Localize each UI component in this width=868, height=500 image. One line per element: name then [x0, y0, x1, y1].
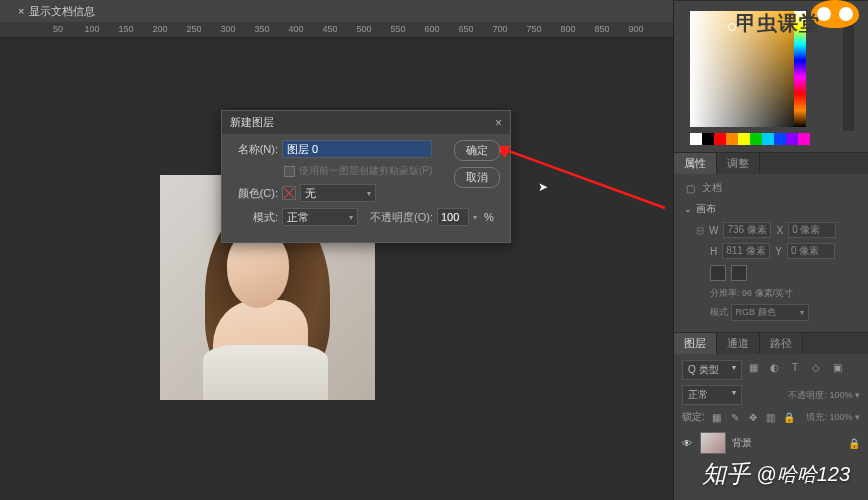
mode-label: 模式:: [232, 210, 278, 225]
zhihu-user: @哈哈123: [756, 461, 850, 488]
layer-row-background[interactable]: 👁 背景 🔒: [682, 429, 860, 457]
percent-label: %: [484, 211, 494, 223]
lock-icon: 🔒: [848, 437, 860, 449]
lock-all-icon[interactable]: 🔒: [783, 411, 795, 423]
tab-layers[interactable]: 图层: [674, 333, 717, 354]
dialog-titlebar[interactable]: 新建图层 ×: [222, 111, 510, 134]
filter-smart-icon[interactable]: ▣: [831, 362, 843, 374]
layers-panel: 图层 通道 路径 Q 类型▾ ▦ ◐ T ◇ ▣ 正常▾ 不透明度: 100% …: [674, 332, 868, 463]
name-label: 名称(N):: [232, 142, 278, 157]
no-color-icon: [282, 186, 296, 200]
dialog-title: 新建图层: [230, 115, 274, 130]
color-label: 颜色(C):: [232, 186, 278, 201]
properties-panel: 属性 调整 ▢文档 ⌄画布 ⊟ W736 像素 X0 像素 H811 像素 Y0…: [674, 152, 868, 332]
lock-pos-icon[interactable]: ✥: [747, 411, 759, 423]
zhihu-logo: 知乎: [702, 458, 750, 490]
close-icon[interactable]: ×: [18, 5, 24, 17]
tab-paths[interactable]: 路径: [760, 333, 803, 354]
lock-trans-icon[interactable]: ▦: [711, 411, 723, 423]
orient-portrait-icon[interactable]: [710, 265, 726, 281]
mode-dropdown[interactable]: 正常▾: [282, 208, 358, 226]
x-field[interactable]: 0 像素: [788, 222, 836, 238]
brand-text: 甲虫课堂: [736, 10, 820, 37]
opacity-label: 不透明度(O):: [370, 210, 433, 225]
tab-channels[interactable]: 通道: [717, 333, 760, 354]
cursor-icon: ➤: [538, 180, 548, 194]
tab-adjustments[interactable]: 调整: [717, 153, 760, 174]
app-title: 显示文档信息: [29, 4, 95, 19]
layer-name: 背景: [732, 436, 752, 450]
color-mode-dropdown[interactable]: RGB 颜色▾: [731, 304, 809, 321]
opacity-input[interactable]: [437, 208, 469, 226]
resolution-label: 分辨率: 96 像素/英寸: [684, 287, 858, 300]
filter-adjust-icon[interactable]: ◐: [768, 362, 780, 374]
new-layer-dialog: 新建图层 × 确定 取消 名称(N): 使用前一图层创建剪贴蒙版(P) 颜色(C…: [221, 110, 511, 243]
zhihu-watermark: 知乎 @哈哈123: [702, 458, 850, 490]
height-field[interactable]: 811 像素: [722, 243, 770, 259]
layer-kind-dropdown[interactable]: Q 类型▾: [682, 360, 742, 380]
opacity-dropdown-icon[interactable]: ▾: [473, 213, 477, 222]
tab-properties[interactable]: 属性: [674, 153, 717, 174]
blend-mode-dropdown[interactable]: 正常▾: [682, 385, 742, 405]
filter-pixel-icon[interactable]: ▦: [747, 362, 759, 374]
color-dropdown[interactable]: 无▾: [300, 184, 376, 202]
clip-mask-checkbox: [284, 166, 295, 177]
clip-mask-label: 使用前一图层创建剪贴蒙版(P): [299, 164, 432, 178]
chevron-down-icon[interactable]: ⌄: [684, 204, 692, 214]
right-panel-dock: 属性 调整 ▢文档 ⌄画布 ⊟ W736 像素 X0 像素 H811 像素 Y0…: [673, 0, 868, 500]
width-field[interactable]: 736 像素: [723, 222, 771, 238]
doc-icon: ▢: [684, 182, 696, 194]
visibility-icon[interactable]: 👁: [682, 438, 694, 449]
orient-landscape-icon[interactable]: [731, 265, 747, 281]
doc-label: 文档: [702, 181, 722, 195]
lock-paint-icon[interactable]: ✎: [729, 411, 741, 423]
lock-nest-icon[interactable]: ▥: [765, 411, 777, 423]
canvas-section-label: 画布: [696, 202, 716, 216]
filter-type-icon[interactable]: T: [789, 362, 801, 374]
dialog-close-icon[interactable]: ×: [495, 116, 502, 130]
layer-thumbnail[interactable]: [700, 432, 726, 454]
recent-swatches[interactable]: [690, 133, 858, 145]
filter-shape-icon[interactable]: ◇: [810, 362, 822, 374]
y-field[interactable]: 0 像素: [787, 243, 835, 259]
color-picker-cursor: [728, 23, 736, 31]
cancel-button[interactable]: 取消: [454, 167, 500, 188]
canvas-area[interactable]: [0, 38, 673, 500]
layer-name-input[interactable]: [282, 140, 432, 158]
ok-button[interactable]: 确定: [454, 140, 500, 161]
